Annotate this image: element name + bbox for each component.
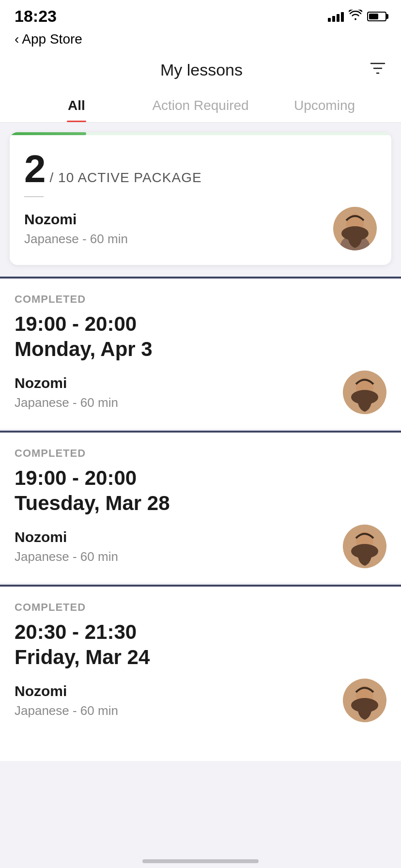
- lesson-subject: Japanese - 60 min: [15, 395, 118, 410]
- lesson-teacher-info: Nozomi Japanese - 60 min: [15, 375, 118, 410]
- filter-button[interactable]: [369, 60, 386, 80]
- lesson-status: COMPLETED: [15, 293, 386, 306]
- wifi-icon: [349, 10, 362, 23]
- lesson-teacher-info: Nozomi Japanese - 60 min: [15, 683, 118, 718]
- lesson-teacher-name: Nozomi: [15, 529, 118, 545]
- lesson-subject: Japanese - 60 min: [15, 549, 118, 564]
- tab-action-required[interactable]: Action Required: [139, 90, 262, 122]
- svg-point-4: [341, 226, 369, 241]
- lesson-subject: Japanese - 60 min: [15, 703, 118, 718]
- package-current-count: 2: [24, 150, 46, 188]
- package-info-row: Nozomi Japanese - 60 min: [24, 207, 377, 250]
- lesson-teacher-name: Nozomi: [15, 683, 118, 699]
- status-time: 18:23: [15, 7, 57, 26]
- lesson-time: 19:00 - 20:00: [15, 466, 386, 490]
- back-chevron-icon: ‹: [15, 31, 19, 47]
- signal-bar-4: [341, 12, 344, 22]
- package-subject: Japanese - 60 min: [24, 232, 128, 247]
- avatar: [343, 679, 386, 722]
- package-divider: [24, 196, 44, 197]
- avatar: [333, 207, 377, 250]
- lesson-info-row: Nozomi Japanese - 60 min: [15, 679, 386, 722]
- back-button[interactable]: ‹ App Store: [15, 31, 386, 47]
- status-icons: [328, 10, 386, 23]
- status-bar: 18:23: [0, 0, 401, 30]
- package-teacher-name: Nozomi: [24, 211, 128, 228]
- signal-bar-1: [328, 18, 331, 22]
- signal-bar-3: [337, 14, 339, 22]
- lesson-info-row: Nozomi Japanese - 60 min: [15, 371, 386, 414]
- tab-all[interactable]: All: [15, 90, 139, 122]
- signal-bars-icon: [328, 11, 344, 22]
- list-item[interactable]: COMPLETED 20:30 - 21:30 Friday, Mar 24 N…: [0, 585, 401, 761]
- lesson-status: COMPLETED: [15, 601, 386, 614]
- signal-bar-2: [332, 16, 335, 22]
- page-title: My lessons: [34, 61, 369, 79]
- header: My lessons: [0, 52, 401, 90]
- content-area: 2 / 10 ACTIVE PACKAGE Nozomi Japanese - …: [0, 123, 401, 773]
- package-teacher-info: Nozomi Japanese - 60 min: [24, 211, 128, 247]
- back-label: App Store: [22, 31, 82, 47]
- avatar: [343, 371, 386, 414]
- list-item[interactable]: COMPLETED 19:00 - 20:00 Monday, Apr 3 No…: [0, 277, 401, 429]
- lesson-date: Friday, Mar 24: [15, 646, 386, 669]
- lesson-date: Tuesday, Mar 28: [15, 492, 386, 515]
- lesson-time: 19:00 - 20:00: [15, 312, 386, 336]
- lesson-teacher-name: Nozomi: [15, 375, 118, 391]
- battery-fill: [369, 14, 378, 19]
- package-count-row: 2 / 10 ACTIVE PACKAGE: [24, 150, 377, 188]
- lesson-status: COMPLETED: [15, 447, 386, 460]
- lesson-date: Monday, Apr 3: [15, 338, 386, 361]
- home-indicator: [142, 859, 259, 863]
- package-total-label: / 10 ACTIVE PACKAGE: [50, 170, 202, 186]
- tab-upcoming[interactable]: Upcoming: [262, 90, 386, 122]
- tabs-bar: All Action Required Upcoming: [0, 90, 401, 123]
- lesson-info-row: Nozomi Japanese - 60 min: [15, 525, 386, 568]
- avatar: [343, 525, 386, 568]
- package-content: 2 / 10 ACTIVE PACKAGE Nozomi Japanese - …: [10, 135, 391, 265]
- back-nav: ‹ App Store: [0, 30, 401, 52]
- lesson-teacher-info: Nozomi Japanese - 60 min: [15, 529, 118, 564]
- package-card: 2 / 10 ACTIVE PACKAGE Nozomi Japanese - …: [10, 132, 391, 265]
- battery-icon: [367, 12, 386, 21]
- lesson-time: 20:30 - 21:30: [15, 620, 386, 644]
- list-item[interactable]: COMPLETED 19:00 - 20:00 Tuesday, Mar 28 …: [0, 431, 401, 583]
